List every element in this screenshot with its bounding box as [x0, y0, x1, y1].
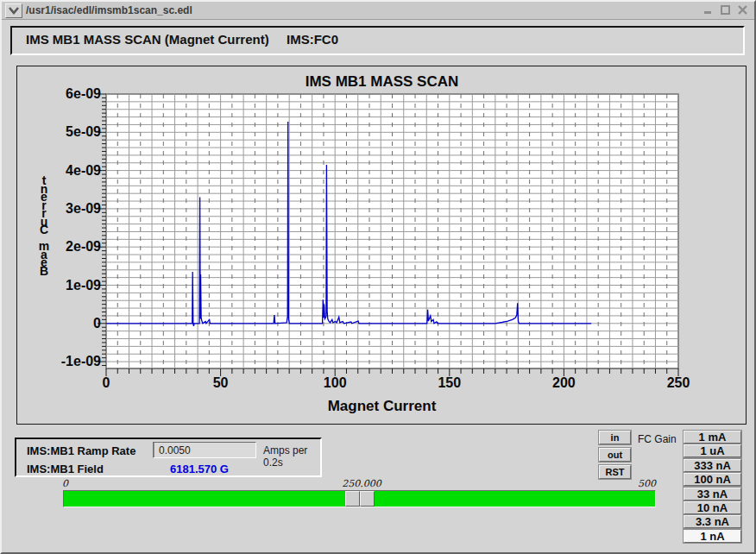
gain-button-100-na[interactable]: 100 nA [684, 473, 741, 486]
page-title: IMS MB1 MASS SCAN (Magnet Current) [26, 32, 269, 47]
y-tick-label: 1e-09 [32, 278, 101, 293]
x-axis-label: Magnet Current [96, 398, 668, 415]
y-tick-label: 5e-09 [32, 124, 101, 140]
header-strip: IMS MB1 MASS SCAN (Magnet Current) IMS:F… [10, 26, 745, 55]
ramp-rate-units: Amps per 0.2s [263, 444, 320, 469]
gain-button-1-ma[interactable]: 1 mA [684, 431, 741, 444]
window-title: /usr1/isac/edl/imsmb1scan_sc.edl [26, 4, 192, 16]
x-tick-label: 100 [305, 375, 365, 391]
edm-window: /usr1/isac/edl/imsmb1scan_sc.edl IMS MB1… [0, 0, 756, 554]
y-tick-label: 0 [32, 316, 101, 331]
y-tick-label: -1e-09 [32, 354, 101, 369]
ramp-rate-input[interactable] [153, 442, 256, 458]
y-tick-label: 3e-09 [32, 201, 101, 217]
gain-button-3-3-na[interactable]: 3.3 nA [684, 515, 741, 528]
chart-title: IMS MB1 MASS SCAN [96, 73, 668, 91]
x-tick-label: 0 [76, 375, 136, 391]
x-tick-label: 50 [191, 375, 251, 391]
window-menu-chevron-icon[interactable] [5, 3, 22, 18]
device-label: IMS:FC0 [287, 32, 338, 47]
window-titlebar[interactable]: /usr1/isac/edl/imsmb1scan_sc.edl [2, 2, 754, 20]
field-value: 6181.570 G [170, 463, 229, 475]
y-axis-label: tnerruC maeB [35, 177, 54, 275]
slider-max-label: 500 [630, 478, 656, 489]
gain-button-1-ua[interactable]: 1 uA [684, 444, 741, 457]
chart-panel: IMS MB1 MASS SCAN tnerruC maeB 6e-095e-0… [16, 66, 747, 425]
x-tick-label: 200 [533, 375, 594, 391]
fc-in-button[interactable]: in [599, 431, 631, 444]
close-icon[interactable] [735, 3, 749, 16]
x-tick-label: 250 [648, 375, 709, 391]
slider-min-label: 0 [62, 478, 68, 489]
slider-thumb-left-half[interactable] [345, 491, 360, 507]
field-label: IMS:MB1 Field [27, 463, 104, 475]
readback-panel: IMS:MB1 Ramp Rate Amps per 0.2s IMS:MB1 … [15, 438, 322, 477]
fc-out-button[interactable]: out [599, 448, 631, 462]
magnet-current-slider-track[interactable] [63, 490, 656, 507]
fc-rst-button[interactable]: RST [599, 465, 631, 479]
y-tick-label: 6e-09 [32, 86, 101, 102]
gain-button-33-na[interactable]: 33 nA [684, 488, 741, 500]
gain-button-10-na[interactable]: 10 nA [684, 501, 741, 514]
y-tick-label: 2e-09 [32, 239, 101, 255]
fc-gain-label: FC Gain [638, 433, 677, 445]
slider-value-label: 250.000 [327, 478, 396, 489]
slider-thumb-right-half[interactable] [360, 491, 375, 507]
x-tick-label: 150 [419, 375, 480, 391]
maximize-icon[interactable] [718, 3, 732, 16]
minimize-icon[interactable] [701, 3, 715, 16]
ramp-rate-label: IMS:MB1 Ramp Rate [27, 444, 135, 457]
plot-area [96, 92, 680, 377]
gain-button-1-na[interactable]: 1 nA [684, 530, 741, 543]
y-tick-label: 4e-09 [32, 163, 101, 179]
gain-button-333-na[interactable]: 333 nA [684, 459, 741, 472]
magnet-current-slider-thumb[interactable] [345, 491, 375, 507]
